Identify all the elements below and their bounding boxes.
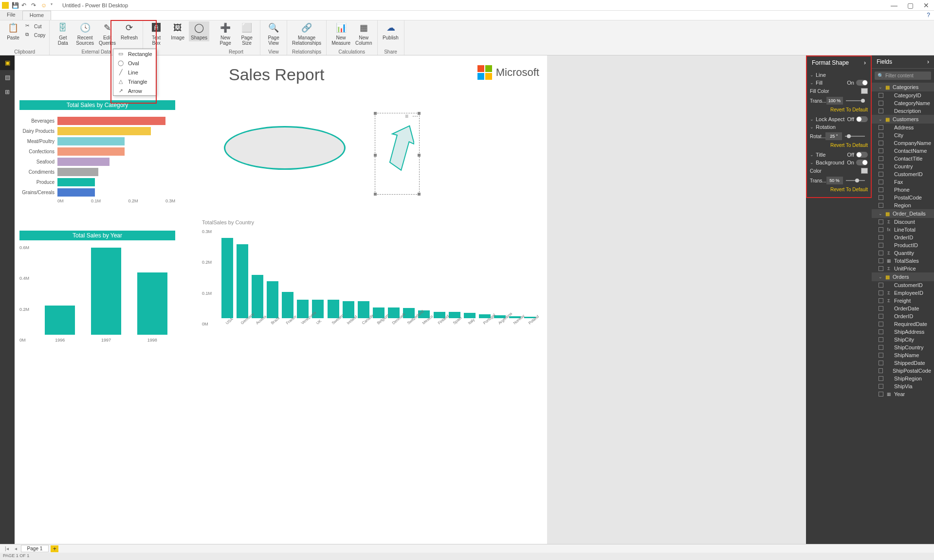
field-postalcode[interactable]: PostalCode — [872, 194, 934, 201]
recent-sources-button[interactable]: 🕓Recent Sources — [74, 21, 96, 47]
lock-toggle[interactable] — [856, 116, 868, 122]
shapes-button[interactable]: ◯Shapes — [189, 21, 209, 41]
field-categoryid[interactable]: CategoryID — [872, 91, 934, 99]
tab-file[interactable]: File — [0, 11, 22, 20]
field-city[interactable]: City — [872, 131, 934, 139]
category-chart[interactable]: Total Sales by Category BeveragesDairy P… — [19, 100, 175, 203]
field-orderid[interactable]: OrderID — [872, 234, 934, 241]
format-line-section[interactable]: Line — [816, 72, 826, 78]
manage-relationships-button[interactable]: 🔗Manage Relationships — [290, 21, 323, 47]
format-lock-section[interactable]: Lock Aspect — [816, 116, 844, 122]
feedback-icon[interactable]: ☺ — [41, 2, 48, 9]
field-discount[interactable]: ΣDiscount — [872, 218, 934, 226]
table-categories[interactable]: ⌄▦Categories — [872, 83, 934, 91]
page-first-icon[interactable]: |◂ — [3, 546, 11, 551]
cut-button[interactable]: ✂Cut — [24, 22, 46, 30]
nav-data-icon[interactable]: ▤ — [0, 70, 15, 85]
collapse-icon[interactable]: › — [927, 58, 929, 65]
drag-handle-icon[interactable]: ≡ — [405, 113, 408, 120]
filter-input[interactable]: 🔍Filter content — [875, 72, 931, 80]
field-address[interactable]: Address — [872, 124, 934, 131]
fill-toggle[interactable] — [856, 80, 868, 86]
shape-option-arrow[interactable]: ➚Arrow — [113, 86, 156, 95]
paste-button[interactable]: 📋Paste — [3, 21, 23, 41]
page-size-button[interactable]: ⬜Page Size — [237, 21, 257, 47]
format-fill-section[interactable]: Fill — [816, 80, 823, 86]
refresh-button[interactable]: ⟳Refresh — [119, 21, 140, 41]
text-box-button[interactable]: 🅰Text Box — [146, 21, 166, 47]
field-contactname[interactable]: ContactName — [872, 147, 934, 155]
field-unitprice[interactable]: ΣUnitPrice — [872, 265, 934, 272]
oval-shape[interactable] — [224, 126, 346, 170]
field-shipvia[interactable]: ShipVia — [872, 382, 934, 390]
field-region[interactable]: Region — [872, 201, 934, 209]
field-contacttitle[interactable]: ContactTitle — [872, 155, 934, 163]
field-year[interactable]: ▦Year — [872, 390, 934, 398]
field-phone[interactable]: Phone — [872, 186, 934, 194]
fill-trans-value[interactable]: 100 % — [826, 97, 843, 105]
rotation-value[interactable]: 25 ° — [825, 132, 842, 140]
collapse-icon[interactable]: › — [864, 59, 866, 66]
table-orders[interactable]: ⌄▦Orders — [872, 272, 934, 281]
title-toggle[interactable] — [856, 152, 868, 158]
undo-icon[interactable]: ↶ — [21, 2, 28, 9]
field-description[interactable]: Description — [872, 107, 934, 115]
format-rotation-section[interactable]: Rotation — [816, 124, 836, 130]
field-shippeddate[interactable]: ShippedDate — [872, 359, 934, 367]
nav-model-icon[interactable]: ⊞ — [0, 85, 15, 99]
field-quantity[interactable]: ΣQuantity — [872, 249, 934, 257]
canvas-area[interactable]: Sales Report Microsoft Total Sales by Ca… — [15, 55, 806, 544]
field-shipname[interactable]: ShipName — [872, 351, 934, 359]
field-shippostalcode[interactable]: ShipPostalCode — [872, 367, 934, 375]
bg-toggle[interactable] — [856, 160, 868, 165]
field-country[interactable]: Country — [872, 163, 934, 170]
help-icon[interactable]: ? — [923, 11, 934, 20]
field-employeeid[interactable]: ΣEmployeeID — [872, 289, 934, 297]
rotation-slider[interactable] — [845, 136, 865, 137]
bg-color-chip[interactable] — [861, 168, 868, 174]
shape-option-line[interactable]: ╱Line — [113, 68, 156, 77]
arrow-shape-selected[interactable]: ≡⋯ — [375, 113, 420, 195]
page-tab-1[interactable]: Page 1 — [21, 545, 49, 552]
format-bg-section[interactable]: Background — [816, 160, 844, 165]
bg-trans-slider[interactable] — [846, 180, 865, 181]
shape-option-rectangle[interactable]: ▭Rectangle — [113, 49, 156, 58]
shape-option-oval[interactable]: ◯Oval — [113, 58, 156, 68]
table-customers[interactable]: ⌄▦Customers — [872, 115, 934, 124]
fill-trans-slider[interactable] — [846, 100, 865, 101]
get-data-button[interactable]: 🗄Get Data — [53, 21, 73, 47]
field-companyname[interactable]: CompanyName — [872, 139, 934, 147]
nav-report-icon[interactable]: ▣ — [0, 55, 15, 70]
table-order_details[interactable]: ⌄▦Order_Details — [872, 209, 934, 218]
publish-button[interactable]: ☁Publish — [381, 21, 401, 41]
format-title-section[interactable]: Title — [816, 152, 825, 158]
field-orderdate[interactable]: OrderDate — [872, 305, 934, 312]
field-productid[interactable]: ProductID — [872, 241, 934, 249]
fill-revert[interactable]: Revert To Default — [810, 106, 868, 115]
page-prev-icon[interactable]: ◂ — [13, 546, 19, 551]
fill-color-chip[interactable] — [861, 88, 868, 94]
copy-button[interactable]: ⧉Copy — [24, 31, 46, 39]
shape-option-triangle[interactable]: △Triangle — [113, 77, 156, 86]
field-shipcountry[interactable]: ShipCountry — [872, 343, 934, 351]
country-chart[interactable]: TotalSales by Country 0.3M0.2M0.1M0MUSAG… — [202, 218, 538, 326]
field-shipcity[interactable]: ShipCity — [872, 336, 934, 343]
field-shipaddress[interactable]: ShipAddress — [872, 328, 934, 336]
field-fax[interactable]: Fax — [872, 178, 934, 186]
new-measure-button[interactable]: 📊New Measure — [330, 21, 352, 47]
tab-home[interactable]: Home — [22, 11, 51, 20]
save-icon[interactable]: 💾 — [12, 2, 18, 9]
field-freight[interactable]: ΣFreight — [872, 297, 934, 305]
rotation-revert[interactable]: Revert To Default — [810, 142, 868, 151]
minimize-button[interactable]: — — [891, 1, 897, 9]
field-categoryname[interactable]: CategoryName — [872, 99, 934, 107]
field-customerid[interactable]: CustomerID — [872, 281, 934, 289]
field-shipregion[interactable]: ShipRegion — [872, 375, 934, 382]
field-requireddate[interactable]: RequiredDate — [872, 320, 934, 328]
page-view-button[interactable]: 🔍Page View — [263, 21, 284, 47]
edit-queries-button[interactable]: ✎Edit Queries — [97, 21, 118, 47]
new-column-button[interactable]: ▦New Column — [353, 21, 374, 47]
new-page-button[interactable]: ➕New Page — [215, 21, 236, 47]
add-page-button[interactable]: + — [51, 545, 58, 552]
report-canvas[interactable]: Sales Report Microsoft Total Sales by Ca… — [15, 55, 547, 544]
